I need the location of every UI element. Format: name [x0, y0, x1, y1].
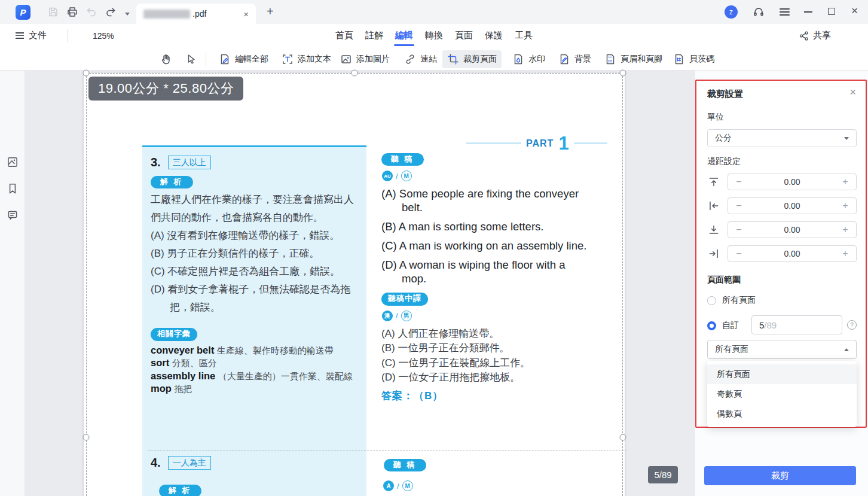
add-image-label: 添加圖片: [356, 54, 390, 65]
radio-unselected-icon[interactable]: [707, 296, 716, 305]
panel-close-icon[interactable]: ×: [849, 86, 856, 99]
help-icon[interactable]: ?: [847, 320, 857, 330]
background-label: 背景: [574, 54, 591, 65]
watermark-icon: [512, 53, 524, 65]
plus-icon[interactable]: +: [841, 224, 850, 235]
margin-left-stepper[interactable]: − 0.00 +: [728, 197, 857, 214]
margin-right-value[interactable]: 0.00: [744, 249, 841, 258]
unit-select[interactable]: 公分: [707, 129, 857, 147]
hand-tool[interactable]: [154, 50, 176, 68]
margin-top-stepper[interactable]: − 0.00 +: [728, 174, 857, 190]
speaker-separator: /: [397, 482, 399, 491]
edit-all-button[interactable]: 編輯全部: [214, 50, 273, 68]
tab-close-icon[interactable]: ×: [243, 9, 249, 19]
file-menu[interactable]: 文件: [16, 30, 47, 41]
crop-handle-middle-left[interactable]: [83, 434, 90, 441]
redo-icon[interactable]: [104, 5, 117, 19]
app-logo-icon[interactable]: P: [16, 5, 30, 20]
plus-icon[interactable]: +: [841, 248, 850, 259]
select-tool[interactable]: [181, 50, 202, 68]
chevron-up-icon: [844, 348, 849, 351]
crop-handle-top-left[interactable]: [83, 70, 90, 77]
header-footer-button[interactable]: 頁眉和頁腳: [600, 50, 667, 68]
header-footer-icon: [604, 53, 616, 65]
minus-icon[interactable]: −: [734, 177, 744, 187]
crop-handle-middle-right[interactable]: [620, 434, 626, 441]
margin-bottom-stepper[interactable]: − 0.00 +: [728, 221, 857, 238]
share-button[interactable]: 共享: [799, 30, 831, 41]
undo-icon[interactable]: [85, 5, 98, 19]
history-dropdown-icon[interactable]: [121, 7, 134, 20]
bookmark-panel-icon[interactable]: [6, 182, 19, 195]
custom-range-value: 5: [759, 320, 764, 330]
question-divider: [148, 450, 626, 451]
tab-edit[interactable]: 編輯: [395, 30, 413, 41]
window-close-icon[interactable]: ×: [851, 4, 858, 17]
tab-convert[interactable]: 轉換: [425, 30, 443, 41]
edit-all-label: 編輯全部: [235, 54, 268, 65]
all-pages-radio-row[interactable]: 所有頁面: [707, 295, 756, 306]
margin-bottom-value[interactable]: 0.00: [744, 225, 841, 235]
support-headset-icon[interactable]: [752, 5, 765, 19]
minimize-icon[interactable]: [804, 11, 812, 13]
part-label: PART: [526, 138, 554, 149]
minus-icon[interactable]: −: [734, 200, 744, 211]
tab-home[interactable]: 首頁: [335, 30, 353, 41]
comment-panel-icon[interactable]: [6, 208, 19, 221]
link-icon: [404, 53, 416, 65]
add-image-button[interactable]: 添加圖片: [335, 50, 395, 68]
new-tab-button[interactable]: +: [267, 5, 274, 19]
question-number: 4.: [151, 456, 161, 470]
background-button[interactable]: 背景: [554, 50, 596, 68]
crop-handle-top-right[interactable]: [620, 70, 626, 77]
margin-left-value[interactable]: 0.00: [744, 201, 841, 211]
vocab-term: assembly line: [151, 370, 215, 381]
pdf-editor-window: P .pdf × + z × 文件: [0, 0, 868, 496]
app-menu-icon[interactable]: [780, 7, 790, 17]
margin-top-value[interactable]: 0.00: [744, 177, 841, 187]
add-text-button[interactable]: 添加文本: [277, 50, 336, 68]
document-tab[interactable]: .pdf ×: [136, 4, 256, 24]
dropdown-option-all-pages[interactable]: 所有頁面: [707, 364, 857, 384]
page-filter-dropdown: 所有頁面 奇數頁 偶數頁: [707, 361, 857, 427]
margin-right-icon: [707, 247, 720, 260]
tab-protect[interactable]: 保護: [485, 30, 503, 41]
crop-handle-top-center[interactable]: [352, 70, 358, 77]
custom-range-radio-row[interactable]: 自訂: [707, 320, 739, 331]
link-button[interactable]: 連結: [399, 50, 442, 68]
crop-page-button[interactable]: 裁剪頁面: [442, 50, 502, 68]
add-text-label: 添加文本: [298, 54, 331, 65]
tab-comment[interactable]: 註解: [365, 30, 383, 41]
tab-tool[interactable]: 工具: [515, 30, 533, 41]
speaker-gender-icon: 男: [401, 311, 412, 321]
watermark-button[interactable]: 水印: [508, 50, 550, 68]
margin-top-row: − 0.00 +: [707, 174, 857, 190]
dropdown-option-even-pages[interactable]: 偶數頁: [707, 404, 857, 424]
margin-right-stepper[interactable]: − 0.00 +: [728, 245, 857, 262]
plus-icon[interactable]: +: [841, 200, 850, 211]
vocab-term: mop: [151, 383, 172, 394]
maximize-icon[interactable]: [828, 8, 835, 15]
bates-number-icon: [673, 53, 685, 65]
user-avatar[interactable]: z: [725, 5, 738, 19]
question-3-analysis-column: 3. 三人以上 解 析 工廠裡人們在作業的樣子，要注意會描寫出人們共同的動作，也…: [142, 145, 366, 496]
minus-icon[interactable]: −: [734, 224, 744, 235]
radio-selected-icon[interactable]: [707, 321, 716, 330]
zoom-level[interactable]: 125%: [93, 31, 114, 41]
dropdown-option-odd-pages[interactable]: 奇數頁: [707, 384, 857, 404]
translation-option: (C) 一位男子正在裝配線上工作。: [381, 356, 588, 370]
watermark-label: 水印: [528, 54, 545, 65]
thumbnail-panel-icon[interactable]: [6, 156, 19, 169]
plus-icon[interactable]: +: [841, 177, 850, 187]
save-icon[interactable]: [47, 5, 60, 19]
bates-number-button[interactable]: 貝茨碼: [668, 50, 719, 68]
all-pages-label: 所有頁面: [722, 295, 756, 306]
crop-confirm-button[interactable]: 裁剪: [704, 466, 856, 485]
tab-page[interactable]: 頁面: [455, 30, 473, 41]
tab-title-redacted: [143, 10, 190, 19]
custom-range-input[interactable]: 5 /89: [751, 315, 842, 334]
page-filter-select[interactable]: 所有頁面: [707, 340, 857, 359]
minus-icon[interactable]: −: [734, 248, 744, 259]
margin-bottom-row: − 0.00 +: [707, 221, 857, 238]
print-icon[interactable]: [66, 5, 79, 19]
